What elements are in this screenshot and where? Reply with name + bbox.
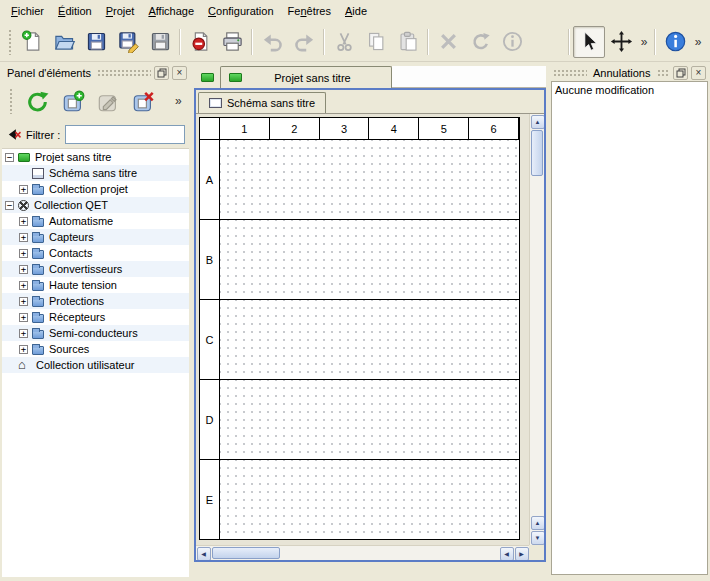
float-panel-button[interactable] xyxy=(154,66,169,80)
save-button[interactable] xyxy=(80,26,112,58)
undo-button[interactable] xyxy=(256,26,288,58)
cut-button[interactable] xyxy=(328,26,360,58)
undo-panel: Annulations × Aucune modification xyxy=(550,62,710,581)
expand-icon[interactable]: + xyxy=(19,313,28,322)
menu-item[interactable]: Aide xyxy=(338,0,374,22)
delete-button[interactable] xyxy=(432,26,464,58)
redo-button[interactable] xyxy=(288,26,320,58)
menu-item[interactable]: Projet xyxy=(99,0,142,22)
grid-cells[interactable] xyxy=(220,460,519,539)
scroll-track[interactable] xyxy=(281,546,499,560)
panel-drag-handle[interactable] xyxy=(97,69,151,77)
collapse-icon[interactable]: − xyxy=(5,153,14,162)
menu-item[interactable]: Affichage xyxy=(141,0,201,22)
menu-item[interactable]: Fichier xyxy=(4,0,51,22)
expand-icon[interactable]: + xyxy=(19,345,28,354)
pan-tool-button[interactable] xyxy=(605,26,637,58)
expand-icon[interactable]: + xyxy=(19,297,28,306)
open-project-button[interactable] xyxy=(48,26,80,58)
close-file-button[interactable] xyxy=(184,26,216,58)
menu-item[interactable]: Fenêtres xyxy=(281,0,338,22)
toolbar-grip[interactable] xyxy=(9,88,14,114)
paste-button[interactable] xyxy=(392,26,424,58)
tree-item-label: Collection utilisateur xyxy=(36,359,138,371)
filter-input[interactable] xyxy=(65,125,185,144)
rotate-button[interactable] xyxy=(464,26,496,58)
tree-item[interactable]: Schéma sans titre xyxy=(2,165,189,181)
tab-project[interactable]: Projet sans titre xyxy=(220,66,392,88)
close-panel-button[interactable]: × xyxy=(172,66,187,80)
element-info-button[interactable] xyxy=(496,26,528,58)
schema-canvas[interactable]: 123456 ABCDE xyxy=(199,117,520,540)
horizontal-scroll-thumb[interactable] xyxy=(212,547,280,559)
print-button[interactable] xyxy=(216,26,248,58)
menu-item[interactable]: Configuration xyxy=(201,0,280,22)
toolbar-grip[interactable] xyxy=(8,29,13,55)
tree-item[interactable]: +Semi-conducteurs xyxy=(2,325,189,341)
float-panel-button[interactable] xyxy=(673,66,688,80)
tree-item[interactable]: +Haute tension xyxy=(2,277,189,293)
undo-list[interactable]: Aucune modification xyxy=(551,81,708,575)
scroll-track[interactable] xyxy=(530,177,544,515)
tree-item[interactable]: +Capteurs xyxy=(2,229,189,245)
delete-element-button[interactable] xyxy=(130,86,158,116)
grid-cells[interactable] xyxy=(220,300,519,379)
close-panel-button[interactable]: × xyxy=(691,66,706,80)
tabbar-filler xyxy=(392,66,546,88)
expand-icon[interactable]: + xyxy=(19,249,28,258)
copy-button[interactable] xyxy=(360,26,392,58)
folder-icon xyxy=(32,266,44,275)
expand-icon[interactable]: + xyxy=(19,217,28,226)
grid-cells[interactable] xyxy=(220,380,519,459)
grid-cells[interactable] xyxy=(220,220,519,299)
toolbar-overflow-button-right[interactable]: » xyxy=(691,27,705,57)
tree-item[interactable]: +Convertisseurs xyxy=(2,261,189,277)
save-all-button[interactable] xyxy=(144,26,176,58)
new-element-button[interactable] xyxy=(59,86,87,116)
about-qet-button[interactable] xyxy=(659,26,691,58)
reload-collections-button[interactable] xyxy=(24,86,52,116)
collapse-icon[interactable]: − xyxy=(5,201,14,210)
tab-schema[interactable]: Schéma sans titre xyxy=(198,92,326,113)
scroll-left-button-alt[interactable]: ◀ xyxy=(500,547,514,561)
clear-filter-icon[interactable] xyxy=(6,127,21,142)
expand-icon[interactable]: + xyxy=(19,185,28,194)
tree-item[interactable]: +Sources xyxy=(2,341,189,357)
panel-drag-handle[interactable] xyxy=(657,69,671,77)
tree-item[interactable]: ⌂Collection utilisateur xyxy=(2,357,189,373)
open-folder-icon xyxy=(53,30,76,53)
scroll-right-button[interactable]: ▶ xyxy=(515,547,529,561)
diagram-viewport[interactable]: 123456 ABCDE ▲ ▲ ▼ ◀ ◀ xyxy=(196,113,544,560)
row-header: C xyxy=(200,300,220,379)
menu-item[interactable]: Édition xyxy=(51,0,99,22)
toolbar-separator xyxy=(427,29,429,55)
selection-tool-button[interactable] xyxy=(573,26,605,58)
vertical-scrollbar[interactable]: ▲ ▲ ▼ xyxy=(529,114,544,545)
delete-element-icon xyxy=(132,90,155,113)
tree-item[interactable]: +Protections xyxy=(2,293,189,309)
expand-icon[interactable]: + xyxy=(19,233,28,242)
edit-element-button[interactable] xyxy=(94,86,122,116)
panel-toolbar-overflow-button[interactable]: » xyxy=(172,86,185,116)
scroll-up-button-alt[interactable]: ▲ xyxy=(531,516,545,530)
tree-item[interactable]: −Collection QET xyxy=(2,197,189,213)
vertical-scroll-thumb[interactable] xyxy=(531,130,543,176)
save-as-button[interactable] xyxy=(112,26,144,58)
scroll-left-button[interactable]: ◀ xyxy=(197,547,211,561)
tree-item[interactable]: +Automatisme xyxy=(2,213,189,229)
menubar: FichierÉditionProjetAffichageConfigurati… xyxy=(0,0,710,22)
tree-item[interactable]: −Projet sans titre xyxy=(2,149,189,165)
scroll-down-button[interactable]: ▼ xyxy=(531,531,545,545)
expand-icon[interactable]: + xyxy=(19,265,28,274)
toolbar-overflow-button[interactable]: » xyxy=(637,27,651,57)
panel-drag-handle[interactable] xyxy=(553,69,587,77)
grid-cells[interactable] xyxy=(220,140,519,219)
tree-item[interactable]: +Contacts xyxy=(2,245,189,261)
expand-icon[interactable]: + xyxy=(19,281,28,290)
tree-item[interactable]: +Collection projet xyxy=(2,181,189,197)
tree-item[interactable]: +Récepteurs xyxy=(2,309,189,325)
horizontal-scrollbar[interactable]: ◀ ◀ ▶ xyxy=(196,545,529,560)
expand-icon[interactable]: + xyxy=(19,329,28,338)
scroll-up-button[interactable]: ▲ xyxy=(531,115,545,129)
new-document-button[interactable] xyxy=(16,26,48,58)
